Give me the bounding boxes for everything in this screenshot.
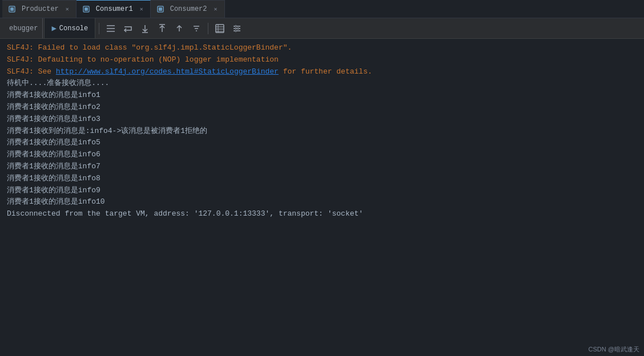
tab-icon-consumer2 [156,5,164,13]
tab-close-consumer1[interactable]: ✕ [139,5,144,14]
log-line: 消费者1接收的消息是info7 [7,161,637,173]
console-label: Console [59,25,88,33]
svg-rect-5 [159,7,162,11]
log-line: SLF4J: See http://www.slf4j.org/codes.ht… [7,66,637,78]
tab-label-consumer1: Consumer1 [94,5,135,13]
tab-close-producter[interactable]: ✕ [65,5,70,14]
svg-rect-3 [84,7,88,11]
toolbar-btn-filter[interactable] [188,21,204,37]
tab-producter[interactable]: Producter ✕ [2,0,77,18]
log-line: 待机中....准备接收消息.... [7,78,637,90]
svg-point-25 [235,25,237,27]
toolbar-btn-scroll-end[interactable] [137,21,153,37]
log-line: 消费者1接收的消息是info2 [7,102,637,114]
log-line: 消费者1接收的消息是info3 [7,114,637,126]
tab-consumer2[interactable]: Consumer2 ✕ [151,0,225,18]
tab-consumer1[interactable]: Consumer1 ✕ [77,0,151,18]
tab-icon-producter [8,5,16,13]
toolbar-btn-scroll-top[interactable] [154,21,170,37]
toolbar-separator-2 [208,23,208,34]
toolbar-btn-menu[interactable] [103,21,119,37]
toolbar-btn-up[interactable] [171,21,187,37]
toolbar-btn-settings[interactable] [229,21,245,37]
log-line: 消费者1接收的消息是info9 [7,185,637,197]
slf4j-link[interactable]: http://www.slf4j.org/codes.html#StaticLo… [56,67,279,76]
svg-point-26 [238,27,239,29]
log-line: 消费者1接收到的消息是:info4->该消息是被消费者1拒绝的 [7,126,637,137]
log-line: 消费者1接收的消息是info8 [7,173,637,185]
log-line: 消费者1接收的消息是info10 [7,196,637,208]
console-icon: ▶ [51,23,56,33]
toolbar-separator-1 [99,23,99,34]
console-output: SLF4J: Failed to load class "org.slf4j.i… [0,39,644,356]
log-line: SLF4J: Failed to load class "org.slf4j.i… [7,42,637,54]
toolbar-btn-grid[interactable] [212,21,228,37]
toolbar: ebugger ▶ Console [0,18,644,39]
tab-icon-consumer1 [82,5,90,13]
tab-bar: Producter ✕ Consumer1 ✕ Consumer2 ✕ [0,0,644,18]
log-line: 消费者1接收的消息是info5 [7,137,637,149]
console-tab[interactable]: ▶ Console [44,18,95,38]
svg-rect-1 [10,7,14,11]
svg-point-27 [235,30,237,31]
debugger-label: ebugger [5,18,43,38]
log-line: 消费者1接收的消息是info1 [7,90,637,102]
toolbar-btn-wrap[interactable] [120,21,136,37]
tab-label-consumer2: Consumer2 [168,5,210,13]
watermark: CSDN @暗武逢天 [589,345,639,354]
log-line: SLF4J: Defaulting to no-operation (NOP) … [7,54,637,66]
log-line: Disconnected from the target VM, address… [7,208,637,220]
tab-close-consumer2[interactable]: ✕ [213,5,219,14]
tab-label-producter: Producter [19,5,61,13]
log-line: 消费者1接收的消息是info6 [7,149,637,161]
